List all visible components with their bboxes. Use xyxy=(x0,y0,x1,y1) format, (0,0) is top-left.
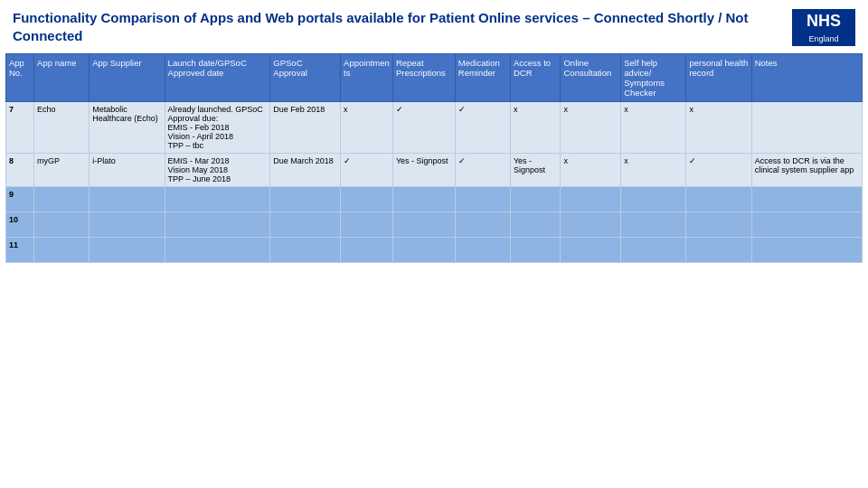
cell-supplier xyxy=(90,186,165,211)
cell-access xyxy=(510,237,561,262)
cell-appts: ✓ xyxy=(341,153,393,186)
cell-appts xyxy=(341,211,393,237)
col-header-gpsoc: GPSoC Approval xyxy=(270,53,341,101)
cell-num: 7 xyxy=(6,101,34,153)
cell-access xyxy=(510,211,561,237)
cell-self: x xyxy=(621,153,686,186)
cell-notes xyxy=(751,101,862,153)
col-header-self: Self help advice/ Symptoms Checker xyxy=(621,53,686,101)
cell-med xyxy=(455,211,510,237)
cell-repeat xyxy=(392,186,455,211)
cell-gpsoc xyxy=(270,237,341,262)
cell-med xyxy=(455,237,510,262)
cell-repeat: ✓ xyxy=(392,101,455,153)
cell-online: x xyxy=(561,153,621,186)
cell-num: 10 xyxy=(6,211,34,237)
cell-notes xyxy=(751,186,862,211)
cell-supplier: Metabolic Healthcare (Echo) xyxy=(90,101,165,153)
table-row: 7EchoMetabolic Healthcare (Echo)Already … xyxy=(6,101,863,153)
cell-personal: ✓ xyxy=(686,153,751,186)
col-header-online: Online Consultation xyxy=(561,53,621,101)
cell-online xyxy=(561,211,621,237)
cell-gpsoc: Due Feb 2018 xyxy=(270,101,341,153)
col-header-supplier: App Supplier xyxy=(90,53,165,101)
page-title: Functionality Comparison of Apps and Web… xyxy=(13,9,754,44)
col-header-notes: Notes xyxy=(751,53,862,101)
nhs-logo: NHS England xyxy=(792,9,855,46)
cell-launch: Already launched. GPSoC Approval due: EM… xyxy=(165,101,270,153)
cell-launch xyxy=(165,186,270,211)
cell-repeat xyxy=(392,237,455,262)
cell-name xyxy=(34,237,90,262)
cell-num: 9 xyxy=(6,186,34,211)
page-header: Functionality Comparison of Apps and Web… xyxy=(0,0,868,53)
cell-med xyxy=(455,186,510,211)
col-header-launch: Launch date/GPSoC Approved date xyxy=(165,53,270,101)
cell-launch xyxy=(165,237,270,262)
col-header-num: App No. xyxy=(6,53,34,101)
cell-med: ✓ xyxy=(455,153,510,186)
cell-name xyxy=(34,186,90,211)
cell-supplier: i-Plato xyxy=(90,153,165,186)
table-wrapper: App No.App nameApp SupplierLaunch date/G… xyxy=(0,53,868,268)
cell-notes: Access to DCR is via the clinical system… xyxy=(751,153,862,186)
col-header-repeat: Repeat Prescriptions xyxy=(392,53,455,101)
cell-supplier xyxy=(90,211,165,237)
table-header: App No.App nameApp SupplierLaunch date/G… xyxy=(6,53,863,101)
cell-online: x xyxy=(561,101,621,153)
cell-name: Echo xyxy=(34,101,90,153)
cell-notes xyxy=(751,237,862,262)
cell-med: ✓ xyxy=(455,101,510,153)
cell-appts: x xyxy=(341,101,393,153)
cell-self xyxy=(621,186,686,211)
cell-name: myGP xyxy=(34,153,90,186)
cell-online xyxy=(561,237,621,262)
cell-personal xyxy=(686,211,751,237)
cell-self xyxy=(621,211,686,237)
col-header-name: App name xyxy=(34,53,90,101)
table-row: 11 xyxy=(6,237,863,262)
col-header-appts: Appointments xyxy=(341,53,393,101)
cell-appts xyxy=(341,186,393,211)
table-row: 9 xyxy=(6,186,863,211)
cell-supplier xyxy=(90,237,165,262)
nhs-logo-text: NHS xyxy=(792,9,855,34)
cell-launch: EMIS - Mar 2018 Vision May 2018 TPP – Ju… xyxy=(165,153,270,186)
cell-personal: x xyxy=(686,101,751,153)
comparison-table: App No.App nameApp SupplierLaunch date/G… xyxy=(5,53,863,263)
cell-name xyxy=(34,211,90,237)
cell-self xyxy=(621,237,686,262)
cell-gpsoc: Due March 2018 xyxy=(270,153,341,186)
cell-online xyxy=(561,186,621,211)
cell-appts xyxy=(341,237,393,262)
col-header-personal: personal health record xyxy=(686,53,751,101)
table-row: 10 xyxy=(6,211,863,237)
cell-access: x xyxy=(510,101,561,153)
cell-personal xyxy=(686,186,751,211)
cell-num: 11 xyxy=(6,237,34,262)
cell-gpsoc xyxy=(270,211,341,237)
col-header-access: Access to DCR xyxy=(510,53,561,101)
cell-gpsoc xyxy=(270,186,341,211)
cell-repeat xyxy=(392,211,455,237)
cell-launch xyxy=(165,211,270,237)
cell-notes xyxy=(751,211,862,237)
cell-access: Yes - Signpost xyxy=(510,153,561,186)
table-row: 8myGPi-PlatoEMIS - Mar 2018 Vision May 2… xyxy=(6,153,863,186)
nhs-logo-sub: England xyxy=(792,34,855,46)
cell-access xyxy=(510,186,561,211)
cell-repeat: Yes - Signpost xyxy=(392,153,455,186)
cell-personal xyxy=(686,237,751,262)
cell-num: 8 xyxy=(6,153,34,186)
cell-self: x xyxy=(621,101,686,153)
col-header-med: Medication Reminder xyxy=(455,53,510,101)
